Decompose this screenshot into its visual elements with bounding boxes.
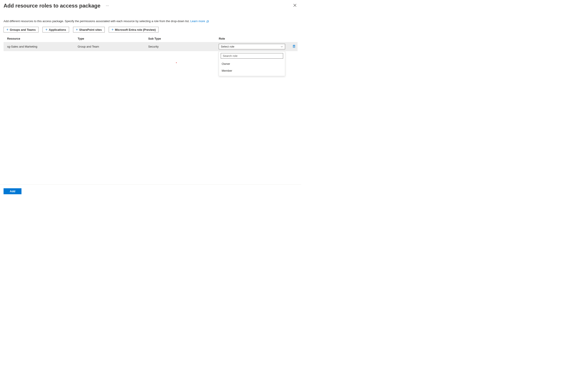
learn-more-label: Learn more bbox=[190, 20, 205, 23]
chevron-down-icon bbox=[280, 45, 283, 48]
page-title: Add resource roles to access package bbox=[3, 3, 100, 9]
learn-more-link[interactable]: Learn more bbox=[190, 20, 209, 23]
cell-subtype: Security bbox=[144, 42, 215, 51]
plus-icon: + bbox=[76, 28, 78, 31]
resources-table: Resource Type Sub Type Role sg-Sales and… bbox=[3, 35, 298, 51]
column-header-role[interactable]: Role bbox=[215, 35, 289, 42]
svg-rect-4 bbox=[293, 46, 295, 47]
button-label: SharePoint sites bbox=[79, 28, 102, 31]
button-label: Microsoft Entra role (Preview) bbox=[115, 28, 156, 31]
role-search-input[interactable] bbox=[221, 53, 283, 59]
add-applications-button[interactable]: + Applications bbox=[43, 27, 69, 33]
delete-row-button[interactable] bbox=[292, 45, 296, 48]
plus-icon: + bbox=[6, 28, 8, 31]
role-select-placeholder: Select role bbox=[221, 45, 234, 48]
button-label: Groups and Teams bbox=[10, 28, 36, 31]
role-dropdown-panel: Owner Member bbox=[219, 51, 285, 76]
column-header-subtype[interactable]: Sub Type bbox=[144, 35, 215, 42]
add-sharepoint-sites-button[interactable]: + SharePoint sites bbox=[73, 27, 105, 33]
cell-resource: sg-Sales and Marketing bbox=[3, 42, 74, 51]
cursor-indicator-dot bbox=[176, 62, 177, 63]
role-option-member[interactable]: Member bbox=[221, 67, 283, 74]
plus-icon: + bbox=[112, 28, 114, 31]
add-entra-role-button[interactable]: + Microsoft Entra role (Preview) bbox=[109, 27, 159, 33]
cell-type: Group and Team bbox=[74, 42, 145, 51]
column-header-resource[interactable]: Resource bbox=[3, 35, 74, 42]
role-select-dropdown[interactable]: Select role bbox=[219, 44, 285, 49]
trash-icon bbox=[292, 45, 296, 48]
column-header-type[interactable]: Type bbox=[74, 35, 145, 42]
table-row: sg-Sales and Marketing Group and Team Se… bbox=[3, 42, 298, 51]
footer bbox=[0, 185, 301, 194]
add-groups-teams-button[interactable]: + Groups and Teams bbox=[3, 27, 38, 33]
resource-type-toolbar: + Groups and Teams + Applications + Shar… bbox=[0, 27, 301, 35]
external-link-icon bbox=[206, 20, 209, 23]
add-primary-button[interactable]: Add bbox=[3, 188, 22, 194]
button-label: Applications bbox=[49, 28, 66, 31]
more-actions-button[interactable]: ⋯ bbox=[106, 4, 109, 8]
role-option-owner[interactable]: Owner bbox=[221, 60, 283, 67]
description-body: Add different resources to this access p… bbox=[3, 20, 190, 23]
close-icon bbox=[293, 3, 297, 7]
plus-icon: + bbox=[45, 28, 47, 31]
svg-line-3 bbox=[207, 21, 208, 22]
close-button[interactable] bbox=[292, 3, 298, 9]
description-text: Add different resources to this access p… bbox=[0, 18, 301, 27]
